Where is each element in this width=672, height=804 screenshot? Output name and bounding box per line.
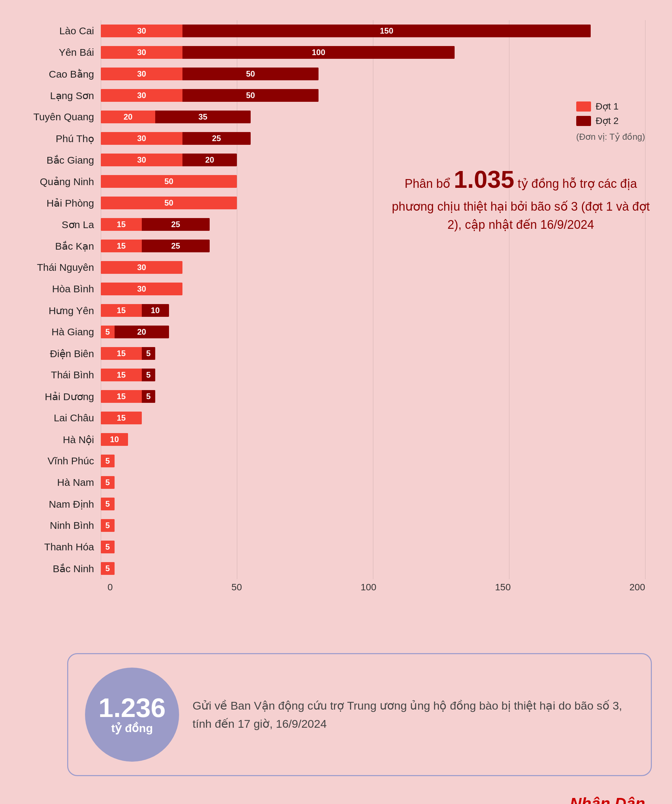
bar-dot1-SơnLa: 15 [101, 218, 142, 231]
bar-row: 1510 [101, 300, 645, 321]
bar-dot1-BắcKạn: 15 [101, 240, 142, 252]
x-tick-50: 50 [232, 582, 242, 593]
y-label-YênBái: Yên Bái [27, 42, 94, 63]
bar-row: 3025 [101, 127, 645, 149]
bar-row: 5 [101, 472, 645, 493]
x-axis: 0 50 100 150 200 [108, 582, 645, 593]
y-axis-labels: Lào CaiYên BáiCao BằngLạng SơnTuyên Quan… [27, 20, 101, 579]
y-label-SơnLa: Sơn La [27, 214, 94, 235]
y-label-HưngYên: Hưng Yên [27, 300, 94, 321]
x-tick-150: 150 [495, 582, 511, 593]
bar-row: 3050 [101, 85, 645, 106]
bar-dot1-HảiDương: 15 [101, 390, 142, 403]
y-label-PhúThọ: Phú Thọ [27, 127, 94, 149]
bar-dot1-ĐiệnBiên: 15 [101, 347, 142, 360]
bar-dot2-BắcKạn: 25 [142, 240, 210, 252]
legend-row-dot1: Đợt 1 [576, 101, 645, 112]
bar-dot2-BắcGiang: 20 [182, 154, 237, 166]
nhan-dan-logo: Nhân Dân [570, 794, 645, 804]
bar-dot2-ĐiệnBiên: 5 [142, 347, 155, 360]
circle-amount: 1.236 tỷ đồng [85, 668, 179, 762]
legend: Đợt 1 Đợt 2 (Đơn vị: Tỷ đồng) [576, 101, 645, 142]
legend-dot1-color [576, 101, 591, 111]
bar-single-NinhBình: 5 [101, 519, 114, 532]
y-label-BắcKạn: Bắc Kạn [27, 235, 94, 257]
bar-row: 10 [101, 429, 645, 450]
title-box: Phân bổ 1.035 tỷ đồng hỗ trợ các địa phư… [390, 161, 652, 234]
bar-row: 1525 [101, 235, 645, 257]
bar-dot2-LạngSơn: 50 [182, 89, 319, 102]
bar-single-BắcNinh: 5 [101, 562, 114, 575]
bar-dot2-PhúThọ: 25 [182, 132, 251, 145]
bar-dot2-SơnLa: 25 [142, 218, 210, 231]
circle-unit: tỷ đồng [111, 721, 153, 735]
y-label-ĐiệnBiên: Điện Biên [27, 343, 94, 364]
bar-row: 15 [101, 407, 645, 429]
bar-single-HàNam: 5 [101, 476, 114, 489]
circle-number: 1.236 [98, 695, 166, 721]
x-tick-100: 100 [361, 582, 376, 593]
y-label-BắcNinh: Bắc Ninh [27, 558, 94, 579]
bar-dot2-TháiBình: 5 [142, 369, 155, 381]
x-tick-0: 0 [108, 582, 113, 593]
bar-row: 5 [101, 536, 645, 558]
bar-row: 5 [101, 515, 645, 536]
title-prefix: Phân bổ [405, 177, 450, 191]
bar-row: 520 [101, 321, 645, 343]
y-label-CaoBằng: Cao Bằng [27, 63, 94, 85]
chart-container: Lào CaiYên BáiCao BằngLạng SơnTuyên Quan… [0, 0, 672, 626]
bar-dot2-CaoBằng: 50 [182, 67, 319, 80]
bar-single-VĩnhPhúc: 5 [101, 454, 114, 467]
bar-dot1-LạngSơn: 30 [101, 89, 182, 102]
y-label-LàoCai: Lào Cai [27, 20, 94, 42]
info-description: Gửi về Ban Vận động cứu trợ Trung ương ủ… [193, 696, 634, 733]
y-label-TháiBình: Thái Bình [27, 364, 94, 386]
y-label-NamĐịnh: Nam Định [27, 493, 94, 515]
y-label-LạngSơn: Lạng Sơn [27, 85, 94, 106]
y-label-HảiDương: Hải Dương [27, 386, 94, 407]
bar-row: 30 [101, 278, 645, 300]
bar-single-ThanhHóa: 5 [101, 541, 114, 553]
x-tick-200: 200 [629, 582, 645, 593]
y-label-ThanhHóa: Thanh Hóa [27, 536, 94, 558]
bar-row: 155 [101, 343, 645, 364]
bar-row: 155 [101, 386, 645, 407]
bar-row: 155 [101, 364, 645, 386]
bar-row: 2035 [101, 106, 645, 127]
bar-dot1-YênBái: 30 [101, 46, 182, 59]
bar-dot2-HảiDương: 5 [142, 390, 155, 403]
bar-dot1-HàGiang: 5 [101, 325, 114, 338]
bar-dot1-TháiBình: 15 [101, 369, 142, 381]
bar-dot2-LàoCai: 150 [182, 25, 591, 37]
legend-row-dot2: Đợt 2 [576, 115, 645, 126]
legend-dot2-color [576, 116, 591, 126]
bar-dot1-HưngYên: 15 [101, 304, 142, 317]
bar-dot1-BắcGiang: 30 [101, 154, 182, 166]
bar-dot2-TuyênQuang: 35 [155, 111, 251, 123]
bar-single-NamĐịnh: 5 [101, 498, 114, 510]
y-label-HàGiang: Hà Giang [27, 321, 94, 343]
bar-dot2-HưngYên: 10 [142, 304, 169, 317]
title-amount: 1.035 [454, 166, 514, 193]
y-label-HảiPhòng: Hải Phòng [27, 192, 94, 214]
bar-single-HòaBình: 30 [101, 283, 182, 295]
bar-row: 5 [101, 493, 645, 515]
y-label-HàNội: Hà Nội [27, 429, 94, 450]
bar-row: 30100 [101, 42, 645, 63]
bar-dot1-TuyênQuang: 20 [101, 111, 155, 123]
bar-dot1-PhúThọ: 30 [101, 132, 182, 145]
legend-dot2-label: Đợt 2 [596, 115, 618, 126]
bar-dot2-YênBái: 100 [182, 46, 455, 59]
bar-row: 30150 [101, 20, 645, 42]
y-label-NinhBình: Ninh Bình [27, 515, 94, 536]
bar-dot1-LàoCai: 30 [101, 25, 182, 37]
bar-single-TháiNguyên: 30 [101, 261, 182, 274]
bar-single-LaiChâu: 15 [101, 412, 142, 424]
bars-wrapper: 3015030100305030502035302530205050152515… [101, 20, 645, 579]
bar-dot2-HàGiang: 20 [114, 325, 169, 338]
bar-single-QuảngNinh: 50 [101, 175, 237, 188]
bar-dot1-CaoBằng: 30 [101, 67, 182, 80]
bar-row: 3050 [101, 63, 645, 85]
bar-row: 5 [101, 558, 645, 579]
y-label-LaiChâu: Lai Châu [27, 407, 94, 429]
